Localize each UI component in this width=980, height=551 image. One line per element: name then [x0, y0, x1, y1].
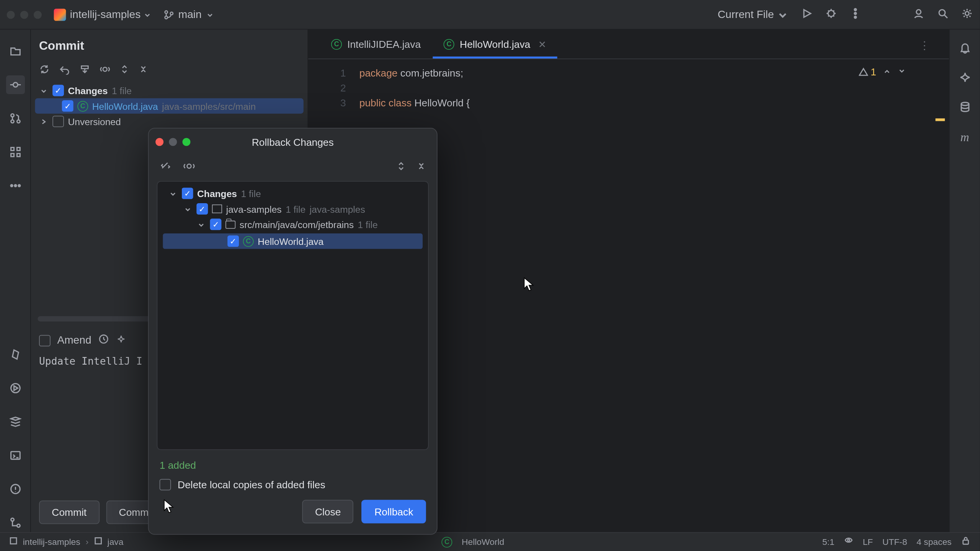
history-icon[interactable] — [98, 334, 109, 347]
next-highlight-icon[interactable] — [898, 66, 906, 77]
shelve-icon[interactable] — [79, 64, 90, 75]
class-file-icon — [441, 536, 452, 547]
svg-point-25 — [17, 524, 20, 527]
changes-label: Changes — [68, 85, 108, 96]
dlg-module-row[interactable]: java-samples 1 file java-samples — [160, 201, 425, 217]
dlg-file-checkbox[interactable] — [227, 235, 239, 247]
delete-copies-checkbox[interactable] — [160, 479, 171, 491]
changed-file-row[interactable]: HelloWorld.java java-samples/src/main — [35, 98, 303, 114]
notifications-icon[interactable] — [959, 42, 971, 57]
expand-all-icon[interactable] — [396, 161, 406, 174]
pull-requests-icon[interactable] — [6, 109, 24, 128]
tab-label: HelloWorld.java — [460, 38, 530, 50]
close-button[interactable]: Close — [302, 500, 354, 523]
changes-checkbox[interactable] — [52, 85, 64, 96]
dlg-changes-label: Changes — [197, 188, 237, 199]
run-tool-icon[interactable] — [6, 379, 24, 398]
database-icon[interactable] — [959, 101, 971, 116]
svg-point-0 — [165, 10, 168, 13]
svg-rect-22 — [11, 452, 20, 459]
collapse-icon[interactable] — [139, 64, 148, 75]
line-ending[interactable]: LF — [863, 537, 873, 547]
dlg-folder-row[interactable]: src/main/java/com/jetbrains 1 file — [160, 217, 425, 232]
amend-checkbox[interactable] — [39, 335, 51, 346]
tabs-more-icon[interactable]: ⋮ — [913, 32, 937, 59]
file-checkbox[interactable] — [62, 100, 74, 112]
more-icon[interactable] — [849, 7, 862, 22]
svg-point-2 — [170, 12, 173, 15]
dlg-module-checkbox[interactable] — [196, 203, 208, 215]
ai-assistant-icon[interactable] — [959, 71, 971, 86]
lock-icon[interactable] — [961, 536, 970, 548]
dlg-folder-checkbox[interactable] — [210, 218, 221, 230]
dlg-changes-checkbox[interactable] — [182, 187, 193, 199]
dlg-module-path: java-samples — [310, 204, 365, 214]
project-selector[interactable]: intellij-samples — [70, 8, 152, 21]
close-dot[interactable] — [7, 10, 15, 18]
rollback-icon[interactable] — [59, 64, 70, 75]
dlg-changes-group[interactable]: Changes 1 file — [160, 186, 425, 201]
svg-point-11 — [11, 114, 14, 117]
account-icon[interactable] — [913, 7, 925, 22]
rollback-button[interactable]: Rollback — [362, 500, 426, 523]
diff-icon[interactable] — [100, 64, 110, 75]
run-icon[interactable] — [801, 7, 813, 22]
group-by-icon[interactable] — [160, 161, 172, 174]
unversioned-group[interactable]: Unversioned — [35, 114, 303, 129]
svg-rect-29 — [10, 538, 16, 544]
search-icon[interactable] — [937, 7, 949, 22]
debug-icon[interactable] — [825, 7, 837, 22]
reader-mode-icon[interactable] — [844, 536, 853, 548]
warning-marker[interactable] — [936, 118, 945, 121]
tree-scrollbar[interactable] — [38, 316, 158, 321]
breadcrumb-sub[interactable]: java — [108, 537, 124, 547]
cursor-position[interactable]: 5:1 — [822, 537, 835, 547]
dlg-file-row[interactable]: HelloWorld.java — [163, 233, 423, 249]
editor-tab-helloworld[interactable]: HelloWorld.java ✕ — [433, 32, 557, 59]
prev-highlight-icon[interactable] — [883, 66, 891, 77]
amend-label: Amend — [57, 334, 91, 347]
unversioned-checkbox[interactable] — [52, 116, 64, 127]
services-tool-icon[interactable] — [6, 412, 24, 431]
commit-button[interactable]: Commit — [39, 500, 100, 524]
more-tools-icon[interactable] — [6, 176, 24, 195]
warnings-badge[interactable]: 1 — [859, 66, 876, 77]
collapse-all-icon[interactable] — [416, 161, 426, 174]
rollback-dialog: Rollback Changes Changes 1 file java-sam… — [148, 128, 438, 535]
show-diff-icon[interactable] — [182, 161, 196, 174]
breadcrumb-class[interactable]: HelloWorld — [462, 537, 504, 547]
settings-icon[interactable] — [961, 7, 973, 22]
folder-icon — [225, 220, 235, 228]
vcs-tool-icon[interactable] — [6, 513, 24, 532]
changes-group[interactable]: Changes 1 file — [35, 83, 303, 98]
maven-icon[interactable]: m — [960, 130, 969, 145]
editor-tab-intellijidea[interactable]: IntelliJIDEA.java — [320, 32, 431, 59]
ai-icon[interactable] — [116, 334, 126, 347]
dlg-folder-count: 1 file — [358, 219, 378, 230]
project-tool-icon[interactable] — [6, 42, 24, 60]
branch-selector[interactable]: main — [163, 8, 214, 21]
commit-tool-icon[interactable] — [6, 75, 24, 94]
max-dot[interactable] — [34, 10, 42, 18]
close-tab-icon[interactable]: ✕ — [538, 39, 546, 49]
structure-tool-icon[interactable] — [6, 143, 24, 161]
svg-point-33 — [187, 164, 191, 168]
problems-tool-icon[interactable] — [6, 479, 24, 498]
run-config-selector[interactable]: Current File — [718, 8, 789, 21]
indent[interactable]: 4 spaces — [916, 537, 951, 547]
svg-rect-30 — [95, 538, 101, 544]
window-controls[interactable] — [7, 10, 42, 18]
refresh-icon[interactable] — [39, 64, 50, 75]
build-tool-icon[interactable] — [6, 345, 24, 364]
code-token: com.jetbrains; — [397, 67, 463, 79]
delete-copies-label: Delete local copies of added files — [178, 479, 325, 491]
expand-icon[interactable] — [120, 64, 129, 75]
dlg-changes-count: 1 file — [241, 188, 261, 199]
code-token: package — [359, 67, 398, 79]
dialog-window-controls[interactable] — [155, 138, 190, 146]
encoding[interactable]: UTF-8 — [882, 537, 907, 547]
dlg-module-name: java-samples — [226, 204, 282, 214]
terminal-tool-icon[interactable] — [6, 446, 24, 465]
min-dot[interactable] — [20, 10, 28, 18]
breadcrumb-module[interactable]: intellij-samples — [23, 537, 80, 547]
